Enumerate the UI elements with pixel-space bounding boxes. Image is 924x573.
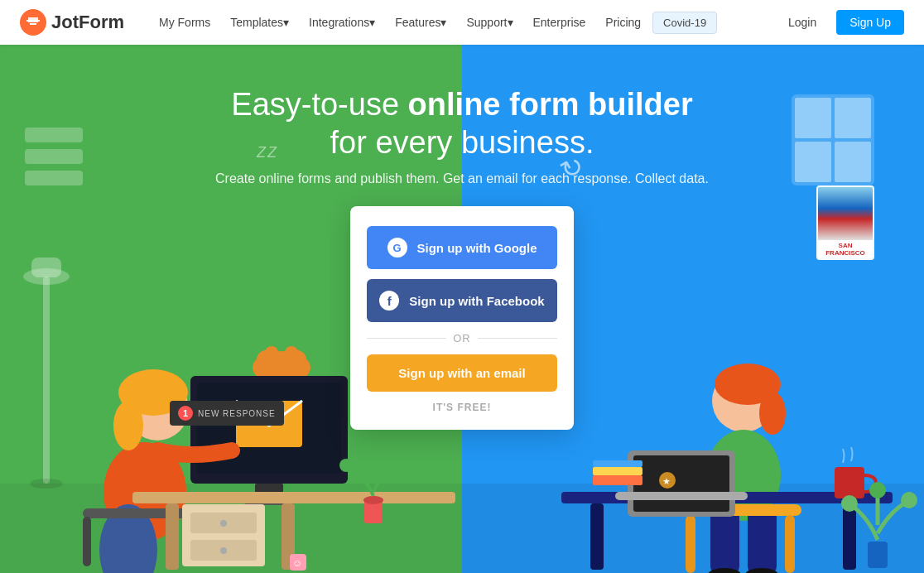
svg-rect-25 — [166, 503, 179, 570]
login-button[interactable]: Login — [775, 10, 830, 35]
hero: ZZ — [0, 45, 924, 573]
notification-badge: 1 NEW RESPONSE — [170, 401, 284, 426]
svg-rect-52 — [843, 503, 856, 570]
email-signup-label: Sign up with an email — [398, 366, 525, 380]
svg-point-33 — [363, 496, 383, 504]
svg-rect-55 — [615, 492, 748, 500]
signup-nav-button[interactable]: Sign Up — [836, 10, 904, 35]
svg-rect-58 — [835, 467, 864, 498]
svg-point-10 — [285, 346, 298, 359]
nav-support[interactable]: Support▾ — [458, 11, 521, 34]
svg-rect-2 — [43, 277, 50, 484]
nav-enterprise[interactable]: Enterprise — [525, 11, 594, 34]
svg-point-30 — [220, 520, 227, 527]
logo-icon — [20, 9, 46, 36]
svg-text:☺: ☺ — [292, 557, 302, 569]
nav-features[interactable]: Features▾ — [387, 11, 455, 34]
google-signup-label: Sign up with Google — [417, 241, 537, 255]
svg-rect-60 — [593, 467, 642, 475]
svg-rect-4 — [31, 258, 61, 277]
nav-templates[interactable]: Templates▾ — [222, 11, 297, 34]
svg-rect-49 — [686, 515, 695, 573]
svg-point-35 — [392, 459, 405, 472]
svg-point-5 — [30, 479, 63, 489]
svg-rect-24 — [132, 492, 455, 503]
facebook-signup-button[interactable]: f Sign up with Facebook — [367, 279, 557, 322]
svg-point-31 — [220, 547, 227, 554]
svg-rect-48 — [785, 515, 795, 573]
svg-point-63 — [841, 495, 858, 512]
its-free-label: IT'S FREE! — [367, 402, 557, 413]
google-icon: G — [387, 238, 407, 258]
svg-point-65 — [869, 482, 886, 498]
notification-number: 1 — [178, 406, 193, 421]
svg-rect-22 — [83, 517, 91, 566]
nav-links: My Forms Templates▾ Integrations▾ Featur… — [151, 11, 775, 34]
email-signup-button[interactable]: Sign up with an email — [367, 354, 557, 392]
svg-rect-51 — [590, 503, 604, 570]
svg-point-19 — [113, 401, 143, 450]
or-text: OR — [453, 332, 471, 344]
nav-pricing[interactable]: Pricing — [597, 11, 649, 34]
svg-text:★: ★ — [662, 476, 671, 486]
nav-integrations[interactable]: Integrations▾ — [301, 11, 383, 34]
svg-rect-61 — [593, 460, 642, 467]
svg-rect-43 — [710, 508, 739, 573]
facebook-signup-label: Sign up with Facebook — [409, 294, 544, 308]
notification-text: NEW RESPONSE — [198, 409, 276, 418]
svg-rect-62 — [868, 542, 888, 568]
svg-point-64 — [901, 492, 917, 508]
nav-right: Login Sign Up — [775, 10, 904, 35]
facebook-icon: f — [379, 291, 399, 311]
logo[interactable]: JotForm — [20, 9, 124, 36]
google-signup-button[interactable]: G Sign up with Google — [367, 226, 557, 269]
svg-point-34 — [339, 459, 353, 472]
svg-rect-44 — [748, 508, 777, 573]
signup-card: G Sign up with Google f Sign up with Fac… — [350, 206, 574, 430]
nav-my-forms[interactable]: My Forms — [151, 11, 219, 34]
nav-covid[interactable]: Covid-19 — [652, 12, 717, 34]
logo-text: JotForm — [51, 12, 124, 33]
svg-rect-54 — [633, 455, 729, 512]
svg-point-41 — [759, 392, 786, 435]
svg-rect-59 — [593, 475, 642, 485]
navbar: JotForm My Forms Templates▾ Integrations… — [0, 0, 924, 45]
svg-point-9 — [265, 346, 278, 359]
or-divider: OR — [367, 332, 557, 344]
